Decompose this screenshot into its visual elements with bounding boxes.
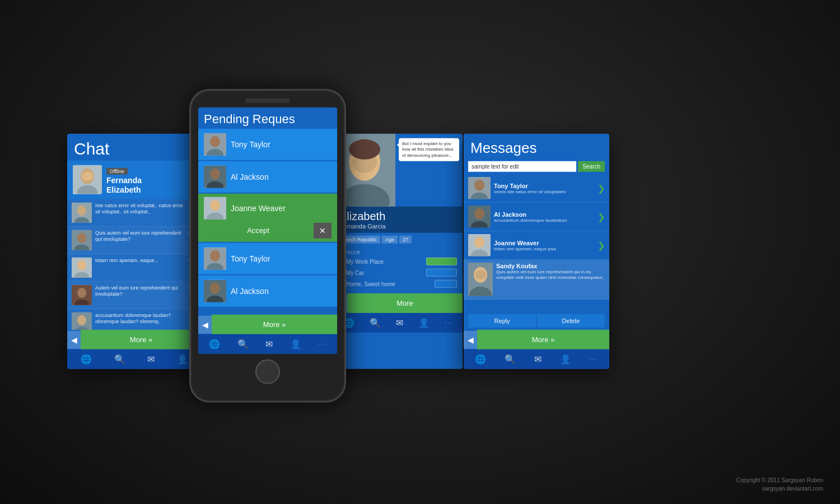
chat-item[interactable]: Iste natus error sit voluptat.. natus er…	[67, 199, 202, 226]
phone-speaker	[245, 99, 290, 103]
profile-detail: 27	[399, 236, 412, 244]
chat-header: Offline Fernanda Elizabeth	[67, 161, 202, 199]
nav-globe-icon[interactable]: 🌐	[209, 339, 220, 349]
msg-arrow-icon: ❯	[598, 240, 605, 250]
profile-detail: Age	[382, 236, 398, 244]
watermark-line2: sargsyan.deviantart.com	[736, 484, 823, 493]
chat-header-info: Offline Fernanda Elizabeth	[106, 165, 196, 195]
pending-avatar	[204, 133, 226, 156]
nav-globe-icon[interactable]: 🌐	[475, 354, 486, 365]
messages-screen: Messages Search Tony Taylor	[464, 134, 609, 369]
chat-item[interactable]: Autem vel eum iure reprehenderit qui inv…	[67, 281, 202, 309]
device-name: My Work Place	[346, 258, 384, 264]
svg-point-8	[77, 232, 86, 242]
message-item[interactable]: Joanne Weaver totam rem aperiam, eaque i…	[464, 231, 609, 260]
pending-item[interactable]: Tony Taylor	[198, 243, 337, 274]
profile-subname: Fernanda Garcia	[339, 223, 457, 230]
phone-home-button[interactable]	[255, 360, 280, 384]
message-item[interactable]: Al Jackson accusantium doloremque laudan…	[464, 203, 609, 231]
pending-item[interactable]: Al Jackson	[198, 161, 337, 193]
back-arrow[interactable]: ◀	[198, 315, 212, 333]
profile-header: But I must explain to you how all this m…	[334, 134, 463, 207]
chat-item[interactable]: accusantium doloremque laudan? oloremque…	[67, 309, 202, 329]
chat-avatar	[72, 312, 92, 329]
svg-point-32	[210, 283, 220, 294]
nav-search-icon[interactable]: 🔍	[237, 339, 249, 349]
joanne-name: Joanne Weaver	[231, 204, 332, 213]
nav-user-icon[interactable]: 👤	[290, 339, 301, 349]
nav-user-icon[interactable]: 👤	[177, 354, 188, 365]
nav-more-dots[interactable]: ···	[445, 320, 452, 326]
reject-button[interactable]: ✕	[314, 223, 332, 239]
messages-title: Messages	[464, 134, 609, 159]
more-button[interactable]: More »	[477, 330, 609, 349]
msg-preview: accusantium doloremque laudantium	[494, 217, 594, 222]
search-bar: Search	[464, 159, 609, 174]
pending-avatar	[204, 248, 226, 270]
device-battery-partial	[426, 269, 457, 277]
svg-point-26	[210, 200, 220, 211]
offline-badge: Offline	[106, 168, 128, 175]
nav-user-icon[interactable]: 👤	[418, 318, 430, 328]
svg-point-40	[474, 180, 484, 191]
chat-screen: Chat Offline Fernanda	[67, 134, 202, 369]
nav-user-icon[interactable]: 👤	[560, 354, 571, 365]
accept-button[interactable]: Accept	[204, 223, 312, 239]
more-button[interactable]: More	[347, 293, 463, 313]
more-button[interactable]: More »	[81, 330, 202, 349]
watermark-line1: Copyright © 2011 Sargsyan Ruben	[736, 476, 823, 484]
nav-mail-icon[interactable]: ✉	[147, 354, 155, 365]
device-section-title: device	[334, 246, 463, 258]
message-item-active[interactable]: Sandy Koufax Quis autem vel eum iure rep…	[464, 260, 609, 300]
search-input[interactable]	[468, 161, 576, 172]
msg-preview: omnis iste natus error sit voluptatem	[494, 189, 594, 194]
pending-item[interactable]: Al Jackson	[198, 276, 337, 307]
phone-screen: Pending Reques Tony Taylor	[198, 108, 337, 354]
nav-more-dots[interactable]: ···	[318, 341, 326, 347]
svg-point-51	[475, 270, 486, 279]
chat-title: Chat	[67, 134, 202, 161]
back-arrow[interactable]: ◀	[67, 330, 81, 348]
message-actions: Reply Delete	[464, 312, 609, 330]
nav-bar: 🌐 🔍 ✉ 👤	[67, 349, 202, 369]
reply-button[interactable]: Reply	[468, 314, 536, 328]
msg-name: Al Jackson	[494, 211, 594, 217]
nav-search-icon[interactable]: 🔍	[505, 354, 516, 365]
nav-search-icon[interactable]: 🔍	[114, 354, 125, 365]
device-name: My Car	[346, 269, 364, 276]
device-row: Home, Sweet home	[339, 280, 457, 288]
svg-point-23	[210, 169, 220, 180]
pending-name: Al Jackson	[231, 287, 332, 296]
msg-content: Joanne Weaver totam rem aperiam, eaque i…	[494, 239, 594, 251]
pending-title: Pending Reques	[198, 108, 337, 129]
nav-more-dots[interactable]: ···	[590, 356, 598, 362]
chat-item[interactable]: totam rem aperiam, eaque... 06:2Nov	[67, 254, 202, 281]
svg-point-38	[349, 139, 380, 160]
chat-avatar	[72, 257, 92, 277]
pending-list: Tony Taylor Al Jackson	[198, 129, 337, 315]
svg-point-14	[77, 287, 86, 297]
profile-name: Elizabeth	[339, 210, 457, 223]
nav-mail-icon[interactable]: ✉	[396, 318, 403, 328]
pending-item[interactable]: Tony Taylor	[198, 129, 337, 160]
nav-mail-icon[interactable]: ✉	[265, 339, 273, 349]
chat-item[interactable]: Quis autem vel eum iure reprehenderit qu…	[67, 226, 202, 254]
search-button[interactable]: Search	[578, 161, 605, 172]
back-arrow[interactable]: ◀	[464, 330, 477, 348]
svg-point-5	[77, 205, 86, 215]
msg-avatar	[468, 234, 491, 256]
delete-button[interactable]: Delete	[537, 314, 605, 328]
pending-name: Tony Taylor	[231, 140, 332, 149]
pending-avatar	[204, 197, 226, 220]
pending-item-highlighted[interactable]: Joanne Weaver Accept ✕	[198, 194, 337, 242]
msg-avatar-large	[468, 263, 493, 296]
msg-content: Tony Taylor omnis iste natus error sit v…	[494, 182, 594, 194]
more-button[interactable]: More »	[212, 315, 337, 334]
pending-name: Al Jackson	[231, 172, 332, 181]
chat-item-text: accusantium doloremque laudan? oloremque…	[95, 312, 185, 325]
message-item[interactable]: Tony Taylor omnis iste natus error sit v…	[464, 174, 609, 203]
nav-globe-icon[interactable]: 🌐	[81, 354, 92, 365]
nav-search-icon[interactable]: 🔍	[370, 318, 381, 328]
nav-mail-icon[interactable]: ✉	[534, 354, 542, 365]
pending-avatar	[204, 166, 226, 188]
